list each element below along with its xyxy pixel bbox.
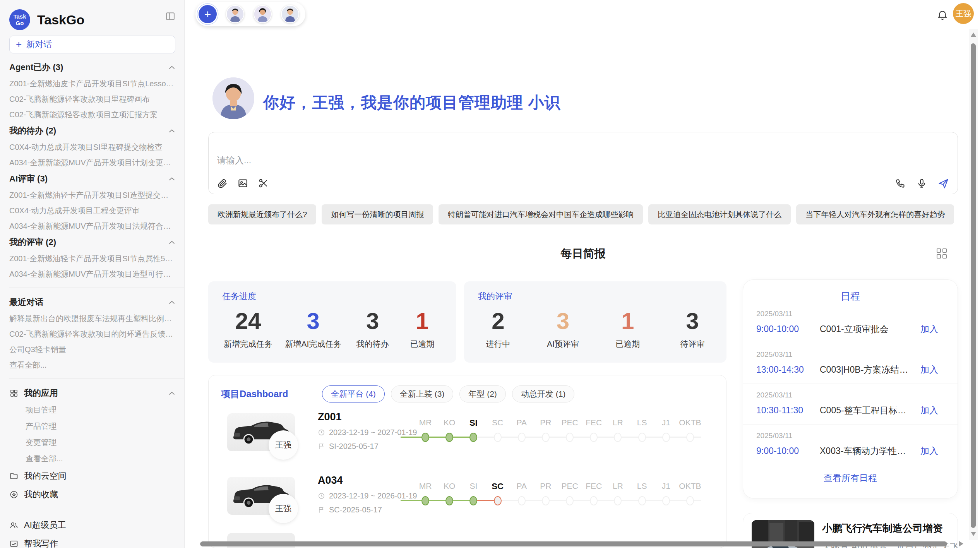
scissors-icon[interactable] [258, 178, 269, 188]
add-agent-button[interactable]: + [199, 5, 217, 23]
chevron-up-icon [169, 392, 175, 395]
join-meeting-link[interactable]: 加入 [920, 404, 938, 416]
suggestion-chip[interactable]: 如何写一份清晰的项目周报 [322, 204, 433, 224]
join-meeting-link[interactable]: 加入 [920, 323, 938, 335]
view-all-apps-link[interactable]: 查看全部... [9, 450, 175, 467]
task-item[interactable]: C0X4-动力总成开发项目SI里程碑提交物检查 [9, 139, 175, 155]
task-item[interactable]: A034-全新新能源MUV产品开发项目造型可行性评审 [9, 266, 175, 282]
milestone-dot [494, 496, 502, 505]
new-chat-button[interactable]: + 新对话 [9, 36, 175, 53]
join-meeting-link[interactable]: 加入 [920, 445, 938, 457]
task-item[interactable]: A034-全新新能源MUV产品开发项目法规符合性评审 [9, 218, 175, 234]
task-item[interactable]: C02-飞腾新能源轻客改款项目立项汇报方案 [9, 107, 175, 122]
chat-input[interactable] [216, 155, 758, 166]
recent-chat-item[interactable]: 公司Q3轻卡销量 [9, 342, 175, 357]
section-title: AI评审 (3) [9, 173, 48, 185]
tab-new-body[interactable]: 全新上装 (3) [391, 385, 454, 402]
chevron-up-icon [169, 241, 175, 244]
section-title: 我的评审 (2) [9, 236, 56, 248]
section-header-my-review[interactable]: 我的评审 (2) [9, 234, 175, 251]
milestone-dot [518, 496, 526, 505]
people-icon [9, 521, 19, 530]
section-header-ai-review[interactable]: AI评审 (3) [9, 170, 175, 187]
task-item[interactable]: Z001-全新燃油轻卡产品开发项目SI造型提交物评审 [9, 187, 175, 203]
my-review-card: 我的评审 2 进行中 3 AI预评审 1 已逾期 3 待评审 [464, 281, 726, 363]
suggestion-chip[interactable]: 当下年轻人对汽车外观有怎样的喜好趋势 [796, 204, 954, 224]
agent-avatar[interactable] [254, 5, 272, 23]
project-code: Z001 [318, 411, 417, 423]
paperclip-icon[interactable] [217, 178, 228, 188]
event-date: 2025/03/11 [756, 310, 938, 318]
tab-all-new-platform[interactable]: 全新平台 (4) [322, 385, 385, 402]
task-item[interactable]: Z001-全新燃油轻卡产品开发项目SI节点属性5D文件评审 [9, 251, 175, 266]
view-all-schedule-link[interactable]: 查看所有日程 [743, 465, 958, 484]
recent-chat-item[interactable]: C02-飞腾新能源轻客改款项目的闭环通告反馈情况 [9, 326, 175, 342]
view-all-chats-link[interactable]: 查看全部... [9, 357, 175, 373]
event-title: C001-立项审批会 [820, 323, 914, 335]
scroll-down-arrow[interactable] [971, 532, 976, 536]
project-flag-milestone: SI-2025-05-17 [318, 442, 417, 451]
project-row-a034[interactable]: 王强 A034 2023-12-19 ~ 2026-01-19 SC-2025-… [209, 471, 726, 533]
microphone-icon[interactable] [917, 178, 927, 188]
agent-avatar[interactable] [281, 5, 299, 23]
section-header-my-todo[interactable]: 我的待办 (2) [9, 122, 175, 139]
tab-powertrain-dev[interactable]: 动总开发 (1) [512, 385, 575, 402]
sidebar-collapse-icon[interactable] [165, 11, 176, 22]
sidebar-item-help-me-write[interactable]: 帮我写作 [9, 534, 175, 548]
schedule-event: 2025/03/11 9:00-10:00 C001-立项审批会 加入 [743, 303, 958, 343]
plus-icon: + [16, 39, 22, 49]
sidebar-item-ai-super-staff[interactable]: AI超级员工 [9, 516, 175, 534]
recent-chat-item[interactable]: 解释最新出台的欧盟报废车法规再生塑料比例被调至15%... [9, 311, 175, 326]
project-row-z001[interactable]: 王强 Z001 2023-12-19 ~ 2027-01-19 SI-2025-… [209, 408, 726, 469]
project-info: A034 2023-12-19 ~ 2026-01-19 SC-2025-05-… [318, 474, 417, 514]
user-avatar[interactable]: 王强 [953, 3, 974, 24]
task-item[interactable]: Z001-全新燃油皮卡产品开发项目SI节点Lesson Learn报告 [9, 76, 175, 91]
app-item-project-mgmt[interactable]: 项目管理 [9, 402, 175, 418]
app-item-change-mgmt[interactable]: 变更管理 [9, 434, 175, 450]
suggestion-chip[interactable]: 欧洲新规最近颁布了什么? [208, 204, 316, 224]
join-meeting-link[interactable]: 加入 [920, 364, 938, 376]
task-item[interactable]: C0X4-动力总成开发项目工程变更评审 [9, 203, 175, 218]
notification-bell-icon[interactable] [937, 9, 948, 21]
image-icon[interactable] [238, 178, 248, 188]
project-owner-badge: 王强 [269, 430, 298, 460]
project-dates: 2023-12-19 ~ 2026-01-19 [318, 491, 417, 500]
milestone-dot [494, 433, 502, 442]
horizontal-scrollbar-thumb[interactable] [200, 541, 947, 546]
sidebar-item-my-apps[interactable]: 我的应用 [9, 385, 175, 402]
section-header-recent-chats[interactable]: 最近对话 [9, 294, 175, 311]
schedule-event: 2025/03/11 9:00-10:00 X003-车辆动力学性能验... 加… [743, 425, 958, 465]
milestone-dot [662, 496, 670, 505]
help-me-write-label: 帮我写作 [24, 538, 58, 548]
schedule-title: 日程 [743, 290, 958, 303]
grid-icon [9, 389, 19, 398]
scroll-up-arrow[interactable] [971, 33, 976, 37]
milestone-dot [686, 433, 694, 442]
tab-year-model[interactable]: 年型 (2) [459, 385, 506, 402]
clock-icon [318, 429, 325, 436]
sidebar-item-favorites[interactable]: 我的收藏 [9, 485, 175, 504]
stat-my-todo: 3 我的待办 [354, 305, 391, 349]
phone-icon[interactable] [895, 178, 906, 188]
vertical-scrollbar-thumb[interactable] [971, 43, 976, 528]
logo-text-top: Task [13, 13, 26, 20]
sidebar-item-cloud-space[interactable]: 我的云空间 [9, 467, 175, 485]
task-item[interactable]: A034-全新新能源MUV产品开发项目计划变更表编写 [9, 155, 175, 170]
sidebar: Task Go TaskGo + 新对话 Agent已办 (3) Z001-全新… [0, 0, 185, 548]
section-header-agent-done[interactable]: Agent已办 (3) [9, 59, 175, 76]
scroll-right-arrow[interactable] [959, 541, 963, 546]
agent-avatar[interactable] [226, 5, 244, 23]
sidebar-header: Task Go TaskGo [0, 0, 184, 34]
milestone-timeline: MR KO SI SC PA PR PEC FEC LR LS J1 OKTB [415, 418, 701, 453]
new-chat-label: 新对话 [26, 39, 52, 50]
milestone-dot [566, 496, 574, 505]
app-item-product-mgmt[interactable]: 产品管理 [9, 418, 175, 434]
cloud-space-label: 我的云空间 [24, 470, 67, 482]
suggestion-chip[interactable]: 比亚迪全固态电池计划具体说了什么 [648, 204, 791, 224]
flag-icon [318, 506, 325, 514]
send-icon[interactable] [938, 178, 948, 188]
task-item[interactable]: C02-飞腾新能源轻客改款项目里程碑画布 [9, 91, 175, 107]
layout-grid-icon[interactable] [937, 248, 947, 259]
suggestion-chip[interactable]: 特朗普可能对进口汽车增税会对中国车企造成哪些影响 [439, 204, 643, 224]
card-title: 任务进度 [222, 291, 442, 302]
